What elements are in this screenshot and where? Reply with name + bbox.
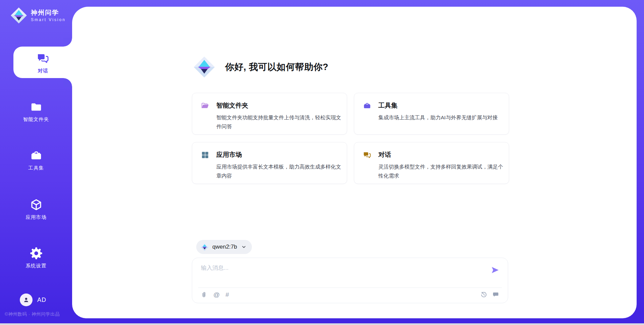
toolbox-icon [363,102,371,110]
model-name: qwen2:7b [212,244,237,250]
blocks-icon [201,151,209,159]
brand-name: 神州问学 [31,9,66,17]
sidebar-item-label: 智能文件夹 [23,116,49,123]
at-icon[interactable]: @ [213,291,220,298]
avatar [20,294,33,306]
active-tab-bottom-fillet [63,78,72,87]
folder-icon [30,101,43,113]
greeting-text: 你好, 我可以如何帮助你? [225,61,328,73]
cube-icon [30,198,43,211]
message-icon[interactable] [492,291,499,298]
card-smart-folder[interactable]: 智能文件夹 智能文件夹功能支持批量文件上传与清洗，轻松实现文件问答 [192,93,347,135]
toolbox-icon [30,149,43,162]
history-icon[interactable] [480,291,487,298]
card-description: 智能文件夹功能支持批量文件上传与清洗，轻松实现文件问答 [216,113,341,131]
card-app-market[interactable]: 应用市场 应用市场提供丰富长文本模板，助力高效生成多样化文章内容 [192,142,347,184]
composer-divider [198,287,502,288]
card-title: 对话 [378,150,503,159]
brand-subtitle: Smart Vision [31,17,66,22]
brand: 神州问学 Smart Vision [10,7,66,24]
person-icon [22,296,30,304]
sidebar-item-label: 工具集 [28,165,44,171]
folder-open-icon [201,102,209,110]
sidebar-item-label: 应用市场 [26,214,47,220]
feature-cards: 智能文件夹 智能文件夹功能支持批量文件上传与清洗，轻松实现文件问答 工具集 集成… [192,93,509,184]
gear-icon [30,247,43,260]
card-description: 应用市场提供丰富长文本模板，助力高效生成多样化文章内容 [216,162,341,180]
paperclip-icon[interactable] [201,291,208,298]
model-selector[interactable]: qwen2:7b [196,240,252,254]
main-content: 你好, 我可以如何帮助你? 智能文件夹 智能文件夹功能支持批量文件上传与清洗，轻… [72,7,637,318]
greeting-gem-icon [193,56,216,78]
card-title: 智能文件夹 [216,101,341,110]
user-initials: AD [37,297,46,304]
brand-logo-gem-icon [10,7,28,24]
sidebar-item-label: 系统设置 [26,263,47,269]
sidebar-item-chat[interactable]: 对话 [13,47,72,78]
card-description: 灵活切换多模型文件，支持多样回复效果调试，满足个性化需求 [378,162,503,180]
card-title: 工具集 [378,101,503,110]
user-account[interactable]: AD [20,294,46,306]
message-composer: @ # [192,258,508,303]
chat-icon [37,52,49,65]
model-gem-icon [200,243,209,251]
sidebar-item-toolset[interactable]: 工具集 [0,144,72,175]
chat-icon [363,151,371,159]
message-input[interactable] [201,264,483,283]
chevron-down-icon [241,244,247,250]
card-title: 应用市场 [216,150,341,159]
active-tab-top-fillet [63,38,72,47]
sidebar-item-app-market[interactable]: 应用市场 [0,193,72,224]
copyright-text: ©神州数码 · 神州问学出品 [5,311,60,317]
sidebar-item-label: 对话 [38,68,48,74]
hash-icon[interactable]: # [225,291,229,298]
card-chat[interactable]: 对话 灵活切换多模型文件，支持多样回复效果调试，满足个性化需求 [354,142,509,184]
bottom-strip [0,323,644,325]
card-toolset[interactable]: 工具集 集成市场上主流工具，助力AI与外界无缝扩展与对接 [354,93,509,135]
card-description: 集成市场上主流工具，助力AI与外界无缝扩展与对接 [378,113,503,122]
send-icon[interactable] [490,265,500,275]
sidebar-item-settings[interactable]: 系统设置 [0,242,72,273]
sidebar-item-smart-folder[interactable]: 智能文件夹 [0,95,72,127]
greeting: 你好, 我可以如何帮助你? [193,56,328,78]
